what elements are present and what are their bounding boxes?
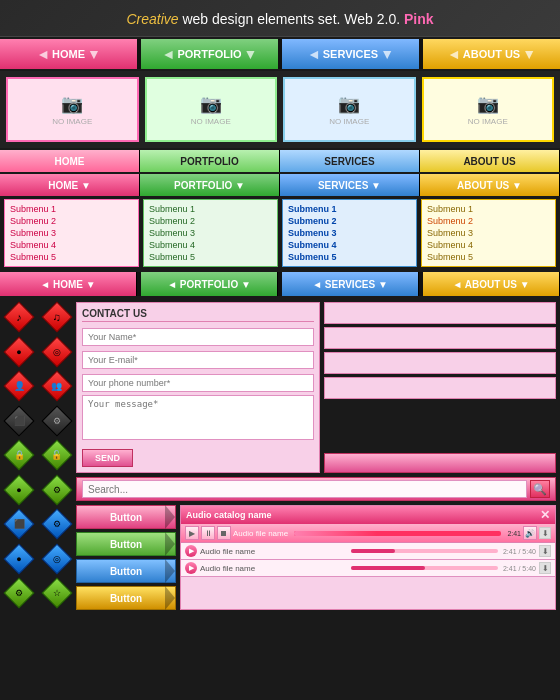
name-input[interactable]: [82, 328, 314, 346]
icon-green-4[interactable]: ☆: [42, 578, 72, 608]
nav4-services[interactable]: ◄ SERVICES ▼: [282, 272, 419, 296]
right-input-3[interactable]: [324, 352, 556, 374]
play-sm-2[interactable]: ▶: [185, 562, 197, 574]
icon-green-1[interactable]: ●: [4, 475, 34, 505]
audio-controls: ▶ ⏸ ⏹ Audio file name 2:41 🔊 ⬇: [181, 524, 555, 543]
button-2[interactable]: Button: [76, 532, 176, 556]
icon-green-3[interactable]: ⚙: [4, 578, 34, 608]
audio-close-button[interactable]: ✕: [540, 508, 550, 522]
pause-button[interactable]: ⏸: [201, 526, 215, 540]
message-input[interactable]: [82, 395, 314, 440]
dd-yellow-2[interactable]: Submenu 2: [427, 215, 550, 227]
nav1-about[interactable]: ◄ ABOUT US ▼: [423, 39, 560, 69]
nav1-services[interactable]: ◄ SERVICES ▼: [282, 39, 419, 69]
nav3-portfolio[interactable]: PORTFOLIO ▼: [140, 174, 280, 196]
dd-pink-3[interactable]: Submenu 3: [10, 227, 133, 239]
dd-blue-1[interactable]: Submenu 1: [288, 203, 411, 215]
nav3-about[interactable]: ABOUT US ▼: [420, 174, 560, 196]
thumb-4[interactable]: 📷 NO IMAGE: [422, 77, 555, 142]
nav2-home[interactable]: HOME: [0, 150, 140, 172]
icon-circle-1[interactable]: ●: [4, 337, 34, 367]
dd-green-3[interactable]: Submenu 3: [149, 227, 272, 239]
icon-circle-2[interactable]: ◎: [42, 337, 72, 367]
dd-green-1[interactable]: Submenu 1: [149, 203, 272, 215]
icon-blue-3[interactable]: ●: [4, 544, 34, 574]
thumb-3[interactable]: 📷 NO IMAGE: [283, 77, 416, 142]
contact-form: CONTACT US SEND: [76, 302, 320, 473]
icon-blue-2[interactable]: ⚙: [42, 509, 72, 539]
dd-yellow-3[interactable]: Submenu 3: [427, 227, 550, 239]
dd-green-2[interactable]: Submenu 2: [149, 215, 272, 227]
icon-dark-2[interactable]: ⚙: [42, 406, 72, 436]
icon-lock-1[interactable]: 🔒: [4, 440, 34, 470]
search-button[interactable]: 🔍: [530, 480, 550, 498]
button-3-label: Button: [110, 566, 142, 577]
icon-lock-2[interactable]: 🔓: [42, 440, 72, 470]
nav2-about[interactable]: ABOUT US: [420, 150, 560, 172]
icon-dark-1[interactable]: ⬛: [4, 406, 34, 436]
blue-icon-4: ◎: [53, 554, 61, 564]
nav3-services[interactable]: SERVICES ▼: [280, 174, 420, 196]
play-sm-1[interactable]: ▶: [185, 545, 197, 557]
dd-yellow-1[interactable]: Submenu 1: [427, 203, 550, 215]
arrow-right-3: ▼: [380, 46, 394, 62]
dl-btn-row-2[interactable]: ⬇: [539, 562, 551, 574]
nav3-home[interactable]: HOME ▼: [0, 174, 140, 196]
search-input[interactable]: [82, 480, 527, 498]
nav2-services[interactable]: SERVICES: [280, 150, 420, 172]
nav4-portfolio[interactable]: ◄ PORTFOLIO ▼: [141, 272, 278, 296]
volume-icon[interactable]: 🔊: [523, 526, 537, 540]
nav1-portfolio[interactable]: ◄ PORTFOLIO ▼: [141, 39, 278, 69]
dd-green-4[interactable]: Submenu 4: [149, 239, 272, 251]
nav4-home[interactable]: ◄ HOME ▼: [0, 272, 137, 296]
green-icon-2: ⚙: [53, 485, 61, 495]
dd-blue-3[interactable]: Submenu 3: [288, 227, 411, 239]
dd-pink-2[interactable]: Submenu 2: [10, 215, 133, 227]
dd-blue-2[interactable]: Submenu 2: [288, 215, 411, 227]
nav4-about[interactable]: ◄ ABOUT US ▼: [423, 272, 560, 296]
icon-music-2[interactable]: ♫: [42, 302, 72, 332]
play-button[interactable]: ▶: [185, 526, 199, 540]
nav2-portfolio[interactable]: PORTFOLIO: [140, 150, 280, 172]
right-input-1[interactable]: [324, 302, 556, 324]
green-icon-1: ●: [16, 485, 21, 495]
stop-button[interactable]: ⏹: [217, 526, 231, 540]
dd-green-5[interactable]: Submenu 5: [149, 251, 272, 263]
nav1-home[interactable]: ◄ HOME ▼: [0, 39, 137, 69]
dl-btn-row-1[interactable]: ⬇: [539, 545, 551, 557]
green-icon-4: ☆: [53, 588, 61, 598]
thumb-1[interactable]: 📷 NO IMAGE: [6, 77, 139, 142]
dd-pink-5[interactable]: Submenu 5: [10, 251, 133, 263]
right-send-button[interactable]: [324, 453, 556, 473]
mini-bar-2[interactable]: [351, 566, 497, 570]
button-1[interactable]: Button: [76, 505, 176, 529]
dd-pink-4[interactable]: Submenu 4: [10, 239, 133, 251]
dd-blue-5[interactable]: Submenu 5: [288, 251, 411, 263]
icon-grid: ♪ ♫ ● ◎ 👤 👥 ⬛ ⚙: [4, 302, 76, 610]
button-4[interactable]: Button: [76, 586, 176, 610]
btn-arrow-2: [165, 532, 175, 556]
button-3[interactable]: Button: [76, 559, 176, 583]
send-button[interactable]: SEND: [82, 449, 133, 467]
icon-blue-1[interactable]: ⬛: [4, 509, 34, 539]
icon-person-2[interactable]: 👥: [42, 371, 72, 401]
download-btn-1[interactable]: ⬇: [539, 527, 551, 539]
right-input-2[interactable]: [324, 327, 556, 349]
progress-bar-1[interactable]: [294, 531, 501, 536]
right-input-4[interactable]: [324, 377, 556, 399]
dd-yellow-4[interactable]: Submenu 4: [427, 239, 550, 251]
email-input[interactable]: [82, 351, 314, 369]
icon-person-1[interactable]: 👤: [4, 371, 34, 401]
blue-icon-2: ⚙: [53, 519, 61, 529]
thumb-2[interactable]: 📷 NO IMAGE: [145, 77, 278, 142]
dd-blue-4[interactable]: Submenu 4: [288, 239, 411, 251]
mini-bar-1[interactable]: [351, 549, 497, 553]
dd-pink-1[interactable]: Submenu 1: [10, 203, 133, 215]
icon-blue-4[interactable]: ◎: [42, 544, 72, 574]
thumb-label-2: NO IMAGE: [191, 117, 231, 126]
title-bar: Creative web design elements set. Web 2.…: [0, 0, 560, 37]
dd-yellow-5[interactable]: Submenu 5: [427, 251, 550, 263]
phone-input[interactable]: [82, 374, 314, 392]
icon-green-2[interactable]: ⚙: [42, 475, 72, 505]
icon-music-1[interactable]: ♪: [4, 302, 34, 332]
